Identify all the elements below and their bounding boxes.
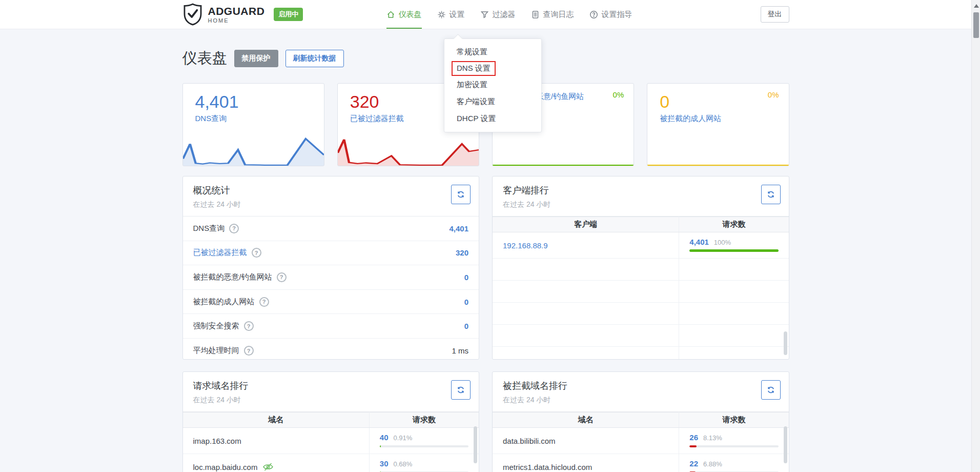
refresh-icon — [457, 386, 465, 394]
column-header-requests: 请求数 — [679, 412, 789, 428]
malware-accent-line — [493, 165, 634, 166]
column-header-domain: 域名 — [183, 412, 370, 428]
filter-icon — [480, 10, 489, 19]
logout-button[interactable]: 登出 — [761, 6, 789, 23]
table-row — [493, 303, 789, 325]
table-row: imap.163.com 400.91% — [183, 428, 479, 454]
menu-item-general-settings[interactable]: 常规设置 — [444, 44, 541, 61]
help-icon[interactable]: ? — [259, 297, 269, 307]
blocked-filters-label[interactable]: 已被过滤器拦截 — [350, 114, 404, 124]
top-blocked-domains-panel: 被拦截域名排行 在过去 24 小时 域名 请求数 — [492, 371, 789, 472]
progress-bar — [689, 445, 778, 447]
refresh-icon — [767, 386, 775, 394]
help-icon[interactable]: ? — [252, 248, 261, 258]
adult-accent-line — [647, 165, 788, 166]
adult-label[interactable]: 被拦截的成人网站 — [660, 114, 721, 124]
column-header-requests: 请求数 — [369, 412, 479, 428]
nav-dashboard[interactable]: 仪表盘 — [386, 0, 422, 29]
column-header-requests: 请求数 — [679, 217, 789, 232]
stat-row-safe-search: 强制安全搜索? 0 — [183, 314, 479, 339]
table-row: metrics1.data.hicloud.com 226.88% — [493, 454, 789, 472]
panel-title: 被拦截域名排行 — [503, 380, 779, 392]
brand-name: ADGUARD — [208, 6, 265, 16]
help-icon[interactable]: ? — [244, 346, 254, 356]
table-row: loc.map.baidu.com 300.68% — [183, 454, 479, 472]
panel-subtitle: 在过去 24 小时 — [193, 200, 469, 209]
refresh-icon — [767, 190, 775, 199]
stat-row-blocked-malware: 被拦截的恶意/钓鱼网站? 0 — [183, 265, 479, 290]
nav-query-log[interactable]: 查询日志 — [531, 0, 574, 29]
table-row: data.bilibili.com 268.13% — [493, 428, 789, 454]
eye-off-icon[interactable] — [262, 463, 274, 471]
settings-dropdown: 常规设置 DNS 设置 加密设置 客户端设置 DHCP 设置 — [444, 38, 542, 132]
refresh-icon — [457, 190, 465, 199]
column-header-domain: 域名 — [493, 412, 679, 428]
table-scrollbar[interactable] — [783, 425, 788, 472]
menu-item-encryption-settings[interactable]: 加密设置 — [444, 76, 541, 93]
stat-row-blocked-filters: 已被过滤器拦截? 320 — [183, 241, 479, 266]
panel-title: 请求域名排行 — [193, 380, 469, 392]
stat-row-avg-processing-time: 平均处理时间? 1 ms — [183, 339, 479, 360]
table-row — [493, 347, 789, 360]
panel-title: 客户端排行 — [503, 184, 779, 196]
nav-settings[interactable]: 设置 — [437, 0, 465, 29]
nav-filters[interactable]: 过滤器 — [480, 0, 516, 29]
dns-settings-highlight-box: DNS 设置 — [452, 61, 496, 76]
panel-subtitle: 在过去 24 小时 — [193, 396, 469, 405]
help-icon[interactable]: ? — [229, 224, 239, 233]
malware-percent: 0% — [613, 90, 624, 99]
card-dns-queries: 4,401 DNS查询 — [182, 83, 324, 166]
panel-subtitle: 在过去 24 小时 — [503, 200, 779, 209]
progress-bar — [689, 249, 778, 252]
dns-queries-label[interactable]: DNS查询 — [195, 114, 227, 124]
top-queried-domains-panel: 请求域名排行 在过去 24 小时 域名 请求数 — [182, 371, 480, 472]
help-icon[interactable]: ? — [244, 321, 254, 331]
page-viewport: ADGUARD HOME 启用中 仪表盘 设置 过滤器 — [0, 0, 971, 472]
table-row: 192.168.88.9 4,401100% — [493, 232, 789, 259]
client-link[interactable]: 192.168.88.9 — [503, 241, 548, 250]
top-clients-panel: 客户端排行 在过去 24 小时 客户端 请求数 — [492, 176, 789, 360]
stat-row-dns-queries: DNS查询? 4,401 — [183, 217, 479, 241]
gear-icon — [437, 10, 446, 19]
scrollbar-thumb[interactable] — [973, 12, 979, 38]
scrollbar-up-arrow[interactable] — [974, 4, 979, 8]
panel-title: 概况统计 — [193, 184, 469, 196]
table-scrollbar[interactable] — [473, 425, 478, 472]
column-header-client: 客户端 — [493, 217, 679, 232]
panel-subtitle: 在过去 24 小时 — [503, 396, 779, 405]
adult-percent: 0% — [768, 90, 779, 99]
table-scrollbar[interactable] — [783, 230, 788, 358]
refresh-button[interactable] — [451, 380, 471, 400]
adguard-home-logo[interactable]: ADGUARD HOME 启用中 — [182, 3, 303, 26]
top-navbar: ADGUARD HOME 启用中 仪表盘 设置 过滤器 — [0, 0, 971, 29]
menu-item-dns-settings[interactable]: DNS 设置 — [444, 61, 541, 76]
menu-item-dhcp-settings[interactable]: DHCP 设置 — [444, 110, 541, 127]
refresh-button[interactable] — [451, 185, 471, 204]
disable-protection-button[interactable]: 禁用保护 — [234, 50, 278, 67]
refresh-button[interactable] — [761, 185, 781, 204]
dns-queries-value: 4,401 — [195, 92, 324, 112]
table-row — [493, 281, 789, 303]
main-nav: 仪表盘 设置 过滤器 查询日志 设置指导 — [386, 0, 632, 29]
refresh-statistics-button[interactable]: 刷新统计数据 — [285, 50, 344, 67]
home-icon — [386, 10, 395, 19]
general-statistics-panel: 概况统计 在过去 24 小时 DNS查询? 4,401 已被过滤器拦截? — [182, 176, 480, 360]
nav-setup-guide[interactable]: 设置指导 — [589, 0, 632, 29]
page-title: 仪表盘 — [182, 48, 227, 69]
dns-queries-sparkline — [183, 136, 324, 166]
blocked-filters-sparkline — [338, 136, 479, 166]
log-icon — [531, 10, 540, 19]
menu-item-client-settings[interactable]: 客户端设置 — [444, 93, 541, 110]
browser-scrollbar[interactable] — [971, 0, 980, 472]
stat-row-blocked-adult: 被拦截的成人网站? 0 — [183, 290, 479, 314]
shield-check-icon — [182, 3, 203, 26]
brand-sub: HOME — [208, 18, 265, 24]
card-blocked-adult: 0% 0 被拦截的成人网站 — [647, 83, 789, 166]
table-row — [493, 259, 789, 281]
protection-status-badge: 启用中 — [274, 8, 303, 21]
progress-bar — [380, 445, 468, 447]
table-row — [493, 325, 789, 347]
help-icon — [589, 10, 598, 19]
help-icon[interactable]: ? — [277, 272, 287, 282]
refresh-button[interactable] — [761, 380, 781, 400]
